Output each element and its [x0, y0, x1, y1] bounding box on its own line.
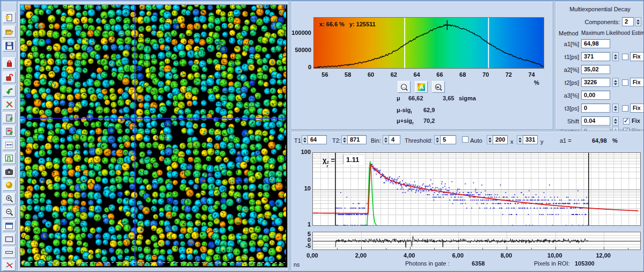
- t3-spinner[interactable]: [612, 104, 619, 113]
- no-line-icon[interactable]: [3, 260, 16, 271]
- tick-label: -5: [297, 242, 311, 249]
- color-scale-button[interactable]: A: [415, 81, 428, 93]
- parameter-histogram-canvas[interactable]: [314, 18, 544, 68]
- no-draw-icon[interactable]: [3, 99, 16, 110]
- undo-arrow-icon[interactable]: [3, 85, 16, 97]
- method-label: Method: [559, 30, 579, 36]
- svg-text:A: A: [420, 84, 424, 90]
- components-input[interactable]: 2: [622, 17, 634, 26]
- mu-minus-sigma-value: 62,9: [423, 107, 435, 113]
- a1-input[interactable]: 64,98: [581, 39, 610, 48]
- t2-input[interactable]: 3226: [581, 78, 610, 87]
- tick-label: 72: [501, 71, 517, 78]
- zoom-out-icon[interactable]: [3, 207, 16, 218]
- method-value[interactable]: Maximum Likelihood Estimation: [581, 30, 644, 36]
- render-3d-icon[interactable]: [3, 180, 16, 191]
- t2-fix-box[interactable]: Fix: [630, 78, 644, 87]
- t1-fix-checkbox[interactable]: [622, 54, 628, 60]
- photons-in-gate-value: 6358: [472, 260, 485, 267]
- zoom-range-out-button[interactable]: ↔: [398, 81, 411, 93]
- sigma-label: sigma: [459, 95, 476, 101]
- shift-spinner[interactable]: [612, 116, 619, 126]
- a3-input[interactable]: 0,00: [581, 91, 610, 100]
- profile-trace-icon[interactable]: [3, 152, 16, 164]
- bin-label: Bin:: [371, 137, 381, 144]
- t1-fix-box[interactable]: Fix: [630, 52, 644, 61]
- t3-fix-checkbox[interactable]: [622, 105, 628, 112]
- mu-label: μ: [397, 95, 400, 101]
- new-file-icon[interactable]: [3, 12, 16, 23]
- tick-label: 5: [297, 231, 311, 237]
- window-layout-icon[interactable]: [3, 220, 16, 231]
- t2-fix-checkbox[interactable]: [622, 79, 628, 86]
- components-spinner[interactable]: [635, 17, 641, 26]
- t3-input[interactable]: 0: [581, 104, 610, 113]
- residuals-canvas[interactable]: [313, 232, 640, 249]
- flim-analysis-window: x: 66.6 % y: 125511 050000100000 5658606…: [0, 0, 644, 272]
- tick-label: 1: [296, 221, 311, 227]
- a1-label: a1[%]: [555, 41, 579, 47]
- tick-label: 50000: [291, 47, 311, 53]
- zoom-range-in-button[interactable]: ⇹: [432, 81, 445, 93]
- roi-x-input[interactable]: 200: [493, 135, 508, 144]
- tick-label: 10,00: [544, 252, 566, 259]
- rectangle-select-icon[interactable]: [3, 233, 16, 245]
- auto-checkbox[interactable]: [462, 136, 469, 143]
- shift-label: Shift: [555, 118, 579, 124]
- fit-width-icon[interactable]: [3, 139, 16, 150]
- tick-label: 100000: [291, 30, 311, 36]
- bin-input[interactable]: 4: [389, 135, 400, 144]
- threshold-input[interactable]: 5: [440, 135, 456, 144]
- svg-text:⇹: ⇹: [436, 85, 440, 89]
- toolbar: [1, 1, 17, 271]
- copy-roi-icon[interactable]: [3, 126, 16, 137]
- tick-label: 74: [524, 71, 540, 78]
- sigma-value: 3,65: [443, 95, 454, 101]
- t1-input[interactable]: 371: [581, 52, 610, 61]
- camera-icon[interactable]: [3, 166, 16, 178]
- tick-label: 6,00: [447, 252, 469, 259]
- gate-t1-input[interactable]: 64: [308, 135, 327, 144]
- t1-spinner[interactable]: [612, 52, 619, 61]
- t3-fix-box[interactable]: Fix: [630, 104, 644, 113]
- a1-result-unit: %: [612, 137, 618, 144]
- tick-label: 2,00: [350, 252, 371, 259]
- paste-roi-icon[interactable]: [3, 112, 16, 123]
- flim-image-canvas[interactable]: [20, 5, 286, 266]
- lock-open-icon[interactable]: [3, 71, 16, 83]
- tick-label: 62: [386, 71, 402, 78]
- tick-label: 10: [296, 185, 311, 192]
- shift-input[interactable]: 0.04: [581, 116, 610, 126]
- tick-label: 8,00: [495, 252, 517, 259]
- photons-in-gate-label: Photons in gate :: [405, 260, 450, 267]
- mu-value: 66,62: [408, 95, 423, 101]
- save-icon[interactable]: [3, 40, 16, 52]
- lock-closed-icon[interactable]: [3, 57, 16, 69]
- a1-result-label: a1 =: [560, 137, 572, 144]
- threshold-label: Threshold:: [405, 137, 433, 144]
- roi-y-input[interactable]: 331: [523, 135, 538, 144]
- svg-text:↔: ↔: [402, 85, 406, 89]
- a3-label: a3[%]: [555, 92, 579, 99]
- a2-input[interactable]: 35,02: [581, 65, 610, 74]
- zoom-in-icon[interactable]: [3, 193, 16, 204]
- gate-t2-input[interactable]: 871: [347, 135, 367, 144]
- tick-label: 0,00: [302, 252, 323, 259]
- pixels-in-roi-label: Pixels in ROI:: [534, 260, 570, 267]
- tick-label: 58: [340, 71, 356, 78]
- mu-minus-sigma-label: μ-sigl: [397, 107, 412, 115]
- open-folder-icon[interactable]: [3, 26, 16, 37]
- mu-plus-sigma-value: 70,2: [423, 117, 435, 124]
- auto-label: Auto: [470, 137, 482, 144]
- tick-label: 0: [297, 237, 311, 243]
- tick-label: 68: [455, 71, 471, 78]
- a1-result-value: 64,98: [592, 137, 607, 144]
- shift-fix-checkbox[interactable]: [623, 118, 630, 124]
- method-panel: Multiexponential Decay Components: 2 Met…: [555, 1, 644, 130]
- tick-label: 66: [431, 71, 448, 78]
- line-select-icon[interactable]: [3, 247, 16, 258]
- shift-fix-label: Fix: [632, 117, 640, 124]
- tick-label: 60: [363, 71, 379, 78]
- decay-panel: T1: 64 T2: 871 Bin: 4 Threshold: 5 Auto …: [291, 131, 644, 271]
- t2-spinner[interactable]: [612, 78, 619, 87]
